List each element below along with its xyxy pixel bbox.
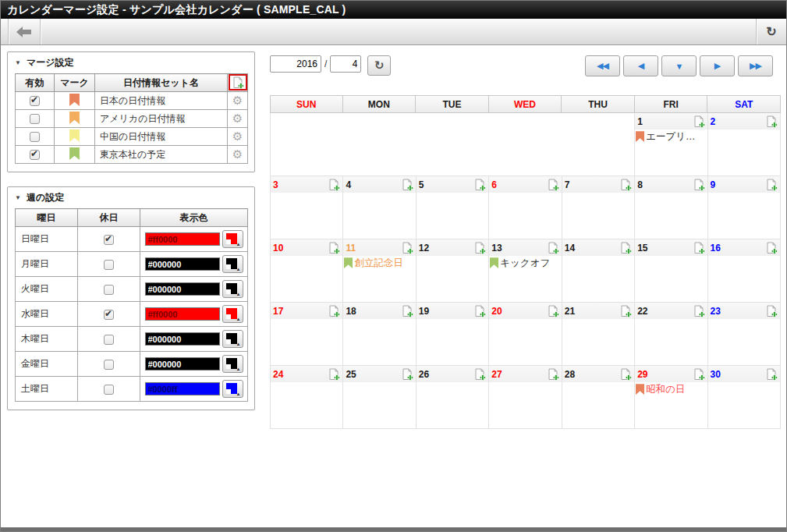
day-cell-26[interactable]: 26 (417, 366, 489, 429)
calendar-event[interactable]: 創立記念日 (344, 257, 414, 269)
add-event-icon[interactable] (328, 179, 340, 191)
day-cell-18[interactable]: 18 (343, 303, 416, 366)
day-cell-22[interactable]: 22 (635, 303, 707, 366)
day-cell-7[interactable]: 7 (562, 176, 635, 239)
dateset-settings-gear-icon[interactable]: ⚙ (232, 130, 243, 142)
month-input[interactable] (330, 55, 361, 73)
color-picker-button[interactable]: ▲ (222, 330, 243, 348)
add-event-icon[interactable] (619, 368, 632, 381)
dateset-enabled-checkbox[interactable] (30, 114, 40, 124)
add-event-icon[interactable] (401, 242, 413, 254)
day-cell-20[interactable]: 20 (489, 303, 562, 366)
holiday-checkbox[interactable] (104, 235, 114, 245)
color-picker-button[interactable]: ▲ (222, 280, 243, 298)
color-picker-button[interactable]: ▲ (222, 255, 243, 273)
day-cell-21[interactable]: 21 (562, 303, 635, 366)
day-cell-30[interactable]: 30 (708, 366, 781, 429)
add-event-icon[interactable] (547, 368, 559, 381)
day-cell-24[interactable]: 24 (271, 366, 343, 429)
add-event-icon[interactable] (547, 242, 559, 254)
add-event-icon[interactable] (693, 115, 705, 128)
dateset-enabled-checkbox[interactable] (30, 132, 40, 142)
add-event-icon[interactable] (619, 305, 632, 317)
color-hex-input[interactable] (145, 357, 220, 371)
dateset-enabled-checkbox[interactable] (30, 96, 40, 106)
add-dateset-button[interactable] (229, 74, 247, 90)
day-cell-1[interactable]: 1 エープリ… (635, 113, 707, 176)
add-event-icon[interactable] (765, 115, 778, 128)
day-cell-27[interactable]: 27 (489, 366, 562, 429)
color-hex-input[interactable] (145, 307, 220, 321)
add-event-icon[interactable] (693, 242, 705, 254)
nav-prev-button[interactable]: ◀ (623, 55, 658, 76)
day-cell-19[interactable]: 19 (417, 303, 489, 366)
merge-panel-header[interactable]: ▼ マージ設定 (8, 52, 254, 73)
nav-first-button[interactable]: ◀◀ (585, 55, 620, 76)
color-hex-input[interactable] (145, 232, 220, 246)
add-event-icon[interactable] (473, 305, 486, 317)
color-hex-input[interactable] (145, 282, 220, 296)
week-panel-header[interactable]: ▼ 週の設定 (8, 187, 254, 207)
day-cell-2[interactable]: 2 (708, 113, 781, 176)
dateset-enabled-checkbox[interactable] (30, 150, 40, 160)
add-event-icon[interactable] (473, 242, 486, 254)
back-button[interactable] (9, 19, 40, 44)
day-cell-29[interactable]: 29 昭和の日 (635, 366, 707, 429)
add-event-icon[interactable] (328, 368, 340, 381)
day-cell-11[interactable]: 11 創立記念日 (343, 239, 416, 303)
day-cell-15[interactable]: 15 (635, 239, 707, 303)
day-cell-25[interactable]: 25 (343, 366, 416, 429)
calendar-event[interactable]: 昭和の日 (636, 384, 706, 395)
day-cell-23[interactable]: 23 (708, 303, 781, 366)
day-cell-4[interactable]: 4 (343, 176, 416, 239)
add-event-icon[interactable] (547, 179, 559, 191)
color-hex-input[interactable] (145, 382, 220, 395)
day-cell-12[interactable]: 12 (417, 239, 489, 303)
add-event-icon[interactable] (619, 179, 632, 191)
color-picker-button[interactable]: ▲ (222, 355, 243, 373)
day-cell-16[interactable]: 16 (708, 239, 781, 303)
add-event-icon[interactable] (693, 179, 705, 191)
day-cell-10[interactable]: 10 (271, 239, 343, 303)
add-event-icon[interactable] (473, 179, 486, 191)
nav-expand-button[interactable]: ▼ (661, 55, 697, 76)
holiday-checkbox[interactable] (104, 260, 114, 270)
add-event-icon[interactable] (401, 305, 413, 317)
holiday-checkbox[interactable] (104, 360, 114, 370)
add-event-icon[interactable] (765, 305, 778, 317)
color-picker-button[interactable]: ▲ (222, 230, 243, 248)
nav-last-button[interactable]: ▶▶ (738, 55, 773, 76)
day-cell-9[interactable]: 9 (708, 176, 781, 239)
add-event-icon[interactable] (328, 305, 340, 317)
color-hex-input[interactable] (145, 332, 220, 346)
holiday-checkbox[interactable] (104, 385, 114, 395)
add-event-icon[interactable] (328, 242, 340, 254)
day-cell-8[interactable]: 8 (635, 176, 707, 239)
day-cell-3[interactable]: 3 (271, 176, 343, 239)
add-event-icon[interactable] (547, 305, 559, 317)
toolbar-refresh-button[interactable]: ↻ (757, 19, 786, 44)
day-cell-28[interactable]: 28 (562, 366, 635, 429)
calendar-refresh-button[interactable]: ↻ (367, 55, 391, 76)
color-picker-button[interactable]: ▲ (222, 380, 243, 398)
day-cell-17[interactable]: 17 (271, 303, 343, 366)
add-event-icon[interactable] (401, 179, 413, 191)
year-input[interactable] (270, 55, 321, 73)
add-event-icon[interactable] (765, 242, 778, 254)
calendar-event[interactable]: エープリ… (636, 131, 706, 143)
holiday-checkbox[interactable] (104, 285, 114, 295)
calendar-event[interactable]: キックオフ (490, 257, 560, 269)
color-hex-input[interactable] (145, 257, 220, 271)
add-event-icon[interactable] (693, 305, 705, 317)
add-event-icon[interactable] (765, 368, 778, 381)
dateset-settings-gear-icon[interactable]: ⚙ (232, 112, 243, 124)
nav-next-button[interactable]: ▶ (700, 55, 735, 76)
day-cell-14[interactable]: 14 (562, 239, 635, 303)
day-cell-5[interactable]: 5 (417, 176, 489, 239)
add-event-icon[interactable] (619, 242, 632, 254)
add-event-icon[interactable] (473, 368, 486, 381)
add-event-icon[interactable] (765, 179, 778, 191)
day-cell-6[interactable]: 6 (489, 176, 562, 239)
holiday-checkbox[interactable] (104, 310, 114, 320)
add-event-icon[interactable] (693, 368, 705, 381)
